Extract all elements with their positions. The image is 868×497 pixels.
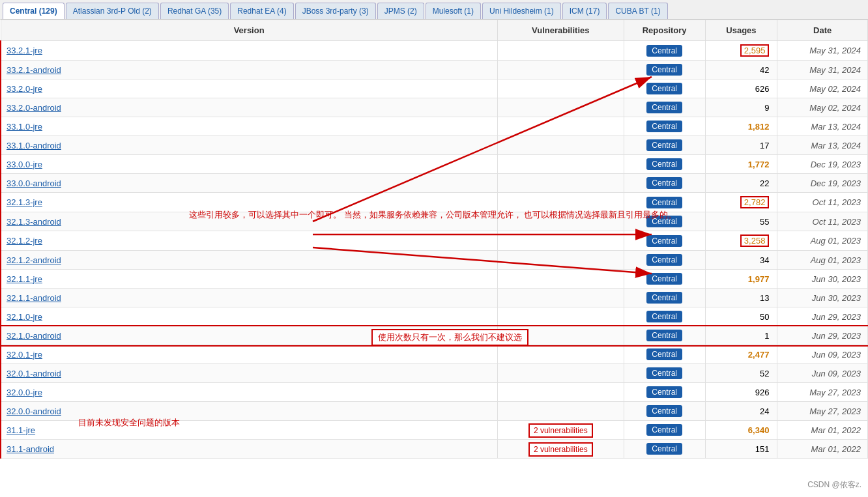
repo-cell: Central xyxy=(624,136,705,155)
usages-cell: 17 xyxy=(705,136,777,155)
col-repo: Repository xyxy=(624,20,705,41)
usages-cell: 6,340 xyxy=(705,421,777,440)
version-cell[interactable]: 31.1-jre xyxy=(1,421,497,440)
version-cell[interactable]: 31.1-android xyxy=(1,440,497,459)
usages-cell: 22 xyxy=(705,174,777,193)
vuln-cell xyxy=(497,212,624,231)
tab-9[interactable]: CUBA BT (1) xyxy=(608,3,667,19)
repo-cell: Central xyxy=(624,41,705,61)
table-row: 33.1.0-androidCentral17Mar 13, 2024 xyxy=(1,136,868,155)
repo-cell: Central xyxy=(624,270,705,289)
repo-cell: Central xyxy=(624,307,705,326)
date-cell: Mar 01, 2022 xyxy=(777,440,868,459)
date-cell: Aug 01, 2023 xyxy=(777,251,868,270)
version-cell[interactable]: 33.1.0-jre xyxy=(1,117,497,136)
repo-cell: Central xyxy=(624,421,705,440)
vuln-cell xyxy=(497,41,624,61)
usages-cell: 3,258 xyxy=(705,231,777,251)
version-cell[interactable]: 33.2.0-jre xyxy=(1,79,497,98)
repo-cell: Central xyxy=(624,155,705,174)
table-row: 32.1.1-androidCentral13Jun 30, 2023 xyxy=(1,289,868,307)
version-cell[interactable]: 32.0.0-android xyxy=(1,402,497,421)
usages-cell: 1,772 xyxy=(705,155,777,174)
tab-6[interactable]: Mulesoft (1) xyxy=(426,3,481,19)
table-row: 33.2.0-jreCentral626May 02, 2024 xyxy=(1,79,868,98)
repo-cell: Central xyxy=(624,440,705,459)
date-cell: Aug 01, 2023 xyxy=(777,231,868,251)
vuln-cell xyxy=(497,79,624,98)
version-cell[interactable]: 32.1.2-android xyxy=(1,251,497,270)
vuln-cell xyxy=(497,326,624,345)
usages-cell: 2,477 xyxy=(705,345,777,364)
table-row: 33.2.1-jreCentral2,595May 31, 2024 xyxy=(1,41,868,61)
table-row: 31.1-jre2 vulnerabilitiesCentral6,340Mar… xyxy=(1,421,868,440)
tabs-bar: Central (129)Atlassian 3rd-P Old (2)Redh… xyxy=(0,0,868,20)
usages-cell: 1,977 xyxy=(705,270,777,289)
table-container: Version Vulnerabilities Repository Usage… xyxy=(0,20,868,459)
version-cell[interactable]: 33.2.1-android xyxy=(1,61,497,79)
tab-0[interactable]: Central (129) xyxy=(3,3,65,19)
version-cell[interactable]: 32.1.0-jre xyxy=(1,307,497,326)
tab-4[interactable]: JBoss 3rd-party (3) xyxy=(295,3,376,19)
repo-cell: Central xyxy=(624,61,705,79)
date-cell: May 27, 2023 xyxy=(777,402,868,421)
repo-cell: Central xyxy=(624,326,705,345)
tab-2[interactable]: Redhat GA (35) xyxy=(160,3,229,19)
col-vuln: Vulnerabilities xyxy=(497,20,624,41)
date-cell: Jun 30, 2023 xyxy=(777,289,868,307)
vuln-cell xyxy=(497,364,624,383)
versions-table: Version Vulnerabilities Repository Usage… xyxy=(0,20,868,459)
vuln-cell xyxy=(497,136,624,155)
usages-cell: 2,782 xyxy=(705,193,777,212)
date-cell: Jun 09, 2023 xyxy=(777,364,868,383)
usages-cell: 926 xyxy=(705,383,777,402)
date-cell: Oct 11, 2023 xyxy=(777,193,868,212)
tab-3[interactable]: Redhat EA (4) xyxy=(230,3,293,19)
version-cell[interactable]: 32.1.3-jre xyxy=(1,193,497,212)
repo-cell: Central xyxy=(624,383,705,402)
version-cell[interactable]: 32.0.1-android xyxy=(1,364,497,383)
col-version: Version xyxy=(1,20,497,41)
version-cell[interactable]: 32.1.3-android xyxy=(1,212,497,231)
vuln-cell xyxy=(497,117,624,136)
version-cell[interactable]: 33.0.0-android xyxy=(1,174,497,193)
tab-8[interactable]: ICM (17) xyxy=(562,3,607,19)
vuln-cell xyxy=(497,289,624,307)
repo-cell: Central xyxy=(624,193,705,212)
table-row: 32.1.2-androidCentral34Aug 01, 2023 xyxy=(1,251,868,270)
repo-cell: Central xyxy=(624,98,705,117)
col-date: Date xyxy=(777,20,868,41)
version-cell[interactable]: 32.0.0-jre xyxy=(1,383,497,402)
vuln-cell xyxy=(497,307,624,326)
date-cell: Dec 19, 2023 xyxy=(777,174,868,193)
version-cell[interactable]: 32.1.1-android xyxy=(1,289,497,307)
table-row: 32.1.0-jreCentral50Jun 29, 2023 xyxy=(1,307,868,326)
usages-cell: 13 xyxy=(705,289,777,307)
vuln-cell xyxy=(497,345,624,364)
tab-7[interactable]: Uni Hildesheim (1) xyxy=(482,3,561,19)
repo-cell: Central xyxy=(624,345,705,364)
vuln-cell xyxy=(497,383,624,402)
date-cell: Jun 30, 2023 xyxy=(777,270,868,289)
version-cell[interactable]: 33.2.1-jre xyxy=(1,41,497,61)
version-cell[interactable]: 33.2.0-android xyxy=(1,98,497,117)
tab-1[interactable]: Atlassian 3rd-P Old (2) xyxy=(66,3,159,19)
table-row: 33.1.0-jreCentral1,812Mar 13, 2024 xyxy=(1,117,868,136)
version-cell[interactable]: 32.1.0-android xyxy=(1,326,497,345)
version-cell[interactable]: 32.1.2-jre xyxy=(1,231,497,251)
vuln-cell xyxy=(497,402,624,421)
table-row: 32.0.0-jreCentral926May 27, 2023 xyxy=(1,383,868,402)
date-cell: Jun 09, 2023 xyxy=(777,345,868,364)
version-cell[interactable]: 32.0.1-jre xyxy=(1,345,497,364)
version-cell[interactable]: 33.0.0-jre xyxy=(1,155,497,174)
table-row: 32.0.1-jreCentral2,477Jun 09, 2023 xyxy=(1,345,868,364)
repo-cell: Central xyxy=(624,79,705,98)
version-cell[interactable]: 33.1.0-android xyxy=(1,136,497,155)
repo-cell: Central xyxy=(624,402,705,421)
table-row: 32.1.3-jreCentral2,782Oct 11, 2023 xyxy=(1,193,868,212)
table-row: 31.1-android2 vulnerabilitiesCentral151M… xyxy=(1,440,868,459)
table-row: 32.1.3-androidCentral55Oct 11, 2023 xyxy=(1,212,868,231)
tab-5[interactable]: JPMS (2) xyxy=(377,3,424,19)
version-cell[interactable]: 32.1.1-jre xyxy=(1,270,497,289)
col-usages: Usages xyxy=(705,20,777,41)
